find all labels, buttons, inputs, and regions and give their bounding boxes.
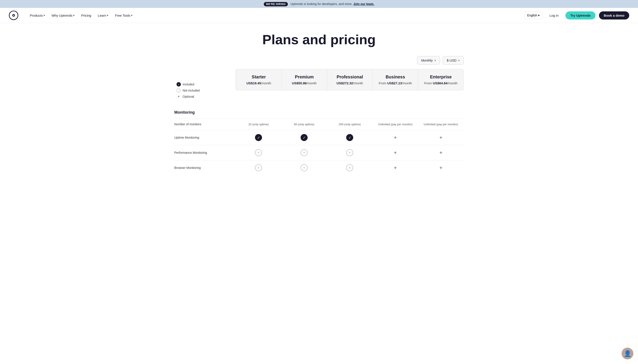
feature-rows: Number of monitors10 (only uptime)50 (on… bbox=[174, 118, 464, 175]
plus-icon: + bbox=[437, 164, 444, 171]
learn-chevron: ▾ bbox=[107, 14, 108, 17]
language-chevron: ▾ bbox=[538, 14, 540, 17]
feature-cell: + bbox=[373, 134, 418, 141]
currency-selector[interactable]: $ USD ▾ bbox=[443, 56, 464, 64]
navigation: Products ▾ Why Uptrends ▾ Pricing Learn … bbox=[0, 8, 638, 23]
feature-cell: 10 (only uptime) bbox=[236, 123, 281, 126]
x-icon: ✕ bbox=[346, 149, 353, 156]
hiring-badge: WE'RE HIRING bbox=[264, 2, 288, 6]
page-title: Plans and pricing bbox=[174, 32, 464, 47]
language-selector[interactable]: English ▾ bbox=[524, 12, 542, 19]
feature-label: Browser Monitoring bbox=[174, 166, 236, 170]
not-included-label: Not included bbox=[183, 89, 200, 92]
feature-cell: ✓ bbox=[236, 134, 281, 141]
demo-button[interactable]: Book a demo bbox=[599, 12, 629, 20]
plus-icon: + bbox=[392, 149, 399, 156]
feature-cell: ✕ bbox=[236, 164, 281, 171]
feature-cell: ✕ bbox=[327, 164, 373, 171]
plan-business: Business From US$27.13/month bbox=[373, 69, 418, 90]
feature-row: Browser Monitoring✕✕✕++ bbox=[174, 160, 464, 175]
feature-cell: ✕ bbox=[236, 149, 281, 156]
plan-professional-name: Professional bbox=[332, 74, 368, 80]
login-button[interactable]: Log in bbox=[546, 12, 562, 19]
feature-cell: + bbox=[418, 164, 464, 171]
nav-why[interactable]: Why Uptrends ▾ bbox=[49, 12, 77, 19]
tools-chevron: ▾ bbox=[131, 14, 132, 17]
currency-label: $ USD bbox=[447, 58, 456, 62]
included-label: Included bbox=[183, 82, 194, 86]
plan-starter-name: Starter bbox=[240, 74, 277, 80]
check-icon: ✓ bbox=[346, 134, 353, 141]
feature-label: Performance Monitoring bbox=[174, 151, 236, 154]
included-icon: ✓ bbox=[176, 82, 181, 86]
nav-pricing[interactable]: Pricing bbox=[79, 12, 94, 19]
products-chevron: ▾ bbox=[44, 14, 45, 17]
billing-toggle[interactable]: Monthly ▾ bbox=[417, 56, 440, 64]
feature-cell: Unlimited (pay per monitor) bbox=[418, 123, 464, 126]
try-button[interactable]: Try Uptrends bbox=[565, 12, 595, 20]
legend-optional: + Optional bbox=[176, 94, 236, 99]
plan-professional: Professional US$272.32/month bbox=[327, 69, 373, 90]
x-icon: ✕ bbox=[255, 149, 262, 156]
optional-label: Optional bbox=[183, 95, 194, 98]
feature-label: Number of monitors bbox=[174, 122, 236, 126]
plus-icon: + bbox=[392, 134, 399, 141]
x-icon: ✕ bbox=[300, 164, 307, 171]
feature-cell: ✕ bbox=[281, 149, 327, 156]
plan-starter-price: US$19.45/month bbox=[240, 81, 277, 85]
plan-enterprise-name: Enterprise bbox=[423, 74, 459, 80]
join-link[interactable]: Join our team. bbox=[353, 2, 374, 6]
feature-cell: 250 (only uptime) bbox=[327, 123, 373, 126]
plans-header: Starter US$19.45/month Premium US$55.86/… bbox=[236, 69, 464, 90]
x-icon: ✕ bbox=[346, 164, 353, 171]
why-chevron: ▾ bbox=[73, 14, 75, 17]
plan-enterprise-price: From US$64.84/month bbox=[423, 81, 459, 85]
nav-free-tools[interactable]: Free Tools ▾ bbox=[112, 12, 135, 19]
optional-icon: + bbox=[176, 94, 181, 99]
plan-business-price: From US$27.13/month bbox=[377, 81, 414, 85]
plan-business-name: Business bbox=[377, 74, 414, 80]
plan-starter: Starter US$19.45/month bbox=[236, 69, 281, 90]
feature-cell: 50 (only uptime) bbox=[281, 123, 327, 126]
banner-text: Uptrends is looking for developers, and … bbox=[290, 2, 352, 6]
legend-not-included: ✕ Not included bbox=[176, 88, 236, 93]
controls-row: Monthly ▾ $ USD ▾ bbox=[174, 56, 464, 64]
check-icon: ✓ bbox=[300, 134, 307, 141]
feature-cell: ✕ bbox=[327, 149, 373, 156]
feature-label: Uptime Monitoring bbox=[174, 136, 236, 139]
plus-icon: + bbox=[437, 149, 444, 156]
x-icon: ✕ bbox=[255, 164, 262, 171]
plan-premium-price: US$55.86/month bbox=[286, 81, 323, 85]
monitoring-title: Monitoring bbox=[174, 110, 464, 115]
main-content: Plans and pricing Monthly ▾ $ USD ▾ ✓ In… bbox=[166, 23, 472, 184]
feature-row: Number of monitors10 (only uptime)50 (on… bbox=[174, 118, 464, 130]
logo[interactable] bbox=[9, 10, 19, 20]
nav-right: English ▾ Log in Try Uptrends Book a dem… bbox=[524, 12, 629, 20]
feature-cell: + bbox=[418, 149, 464, 156]
not-included-icon: ✕ bbox=[176, 88, 181, 93]
feature-cell: + bbox=[373, 149, 418, 156]
check-icon: ✓ bbox=[255, 134, 262, 141]
currency-arrow: ▾ bbox=[458, 59, 460, 62]
feature-cell: + bbox=[373, 164, 418, 171]
feature-cell: ✕ bbox=[281, 164, 327, 171]
nav-products[interactable]: Products ▾ bbox=[27, 12, 48, 19]
plan-premium-name: Premium bbox=[286, 74, 323, 80]
nav-learn[interactable]: Learn ▾ bbox=[95, 12, 111, 19]
billing-label: Monthly bbox=[421, 58, 433, 62]
plan-premium: Premium US$55.86/month bbox=[281, 69, 327, 90]
legend-included: ✓ Included bbox=[176, 82, 236, 86]
nav-links: Products ▾ Why Uptrends ▾ Pricing Learn … bbox=[27, 12, 524, 19]
svg-point-2 bbox=[13, 15, 14, 16]
feature-cell: ✓ bbox=[327, 134, 373, 141]
feature-cell: + bbox=[418, 134, 464, 141]
plan-enterprise: Enterprise From US$64.84/month bbox=[418, 69, 463, 90]
feature-row: Uptime Monitoring✓✓✓++ bbox=[174, 130, 464, 145]
monitoring-section: Monitoring Number of monitors10 (only up… bbox=[174, 110, 464, 175]
billing-arrow: ▾ bbox=[435, 59, 436, 62]
language-label: English bbox=[527, 14, 537, 17]
top-banner: WE'RE HIRING Uptrends is looking for dev… bbox=[0, 0, 638, 8]
x-icon: ✕ bbox=[300, 149, 307, 156]
feature-cell: Unlimited (pay per monitor) bbox=[373, 123, 418, 126]
feature-cell: ✓ bbox=[281, 134, 327, 141]
